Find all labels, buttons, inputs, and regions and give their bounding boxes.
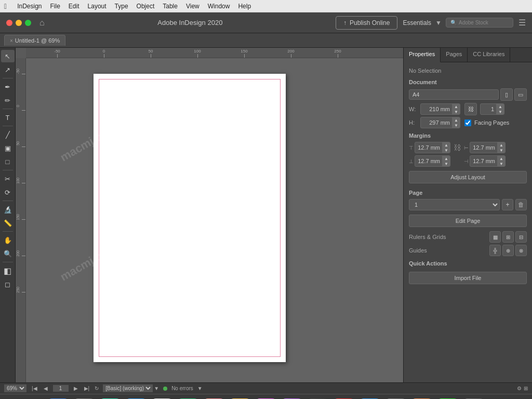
page-rotate-icon[interactable]: ↻ — [95, 385, 99, 391]
link-margins-icon[interactable]: ⛓ — [454, 143, 461, 152]
pages-decrement[interactable]: ▼ — [497, 109, 504, 114]
import-file-button[interactable]: Import File — [409, 272, 527, 284]
margin-top-value[interactable] — [415, 143, 442, 152]
menu-table[interactable]: Table — [163, 3, 178, 10]
fit-page-icon[interactable]: ⊞ — [524, 385, 528, 391]
margin-right-input[interactable]: ▲ ▼ — [470, 142, 506, 153]
menu-edit[interactable]: Edit — [69, 3, 79, 10]
margin-bottom-input[interactable]: ▲ ▼ — [415, 155, 450, 167]
zoom-tool[interactable]: 🔍 — [1, 247, 15, 260]
delete-page-button[interactable]: 🗑 — [515, 199, 527, 210]
type-tool[interactable]: T — [1, 111, 15, 124]
minimize-window-button[interactable] — [16, 20, 22, 26]
scissors-tool[interactable]: ✂ — [1, 172, 15, 185]
zoom-select[interactable]: 69% — [4, 384, 26, 392]
maximize-window-button[interactable] — [25, 20, 31, 26]
margin-top-input[interactable]: ▲ ▼ — [415, 142, 450, 153]
selection-tool[interactable]: ↖ — [1, 50, 15, 62]
landscape-button[interactable]: ▭ — [514, 88, 527, 101]
baseline-grid-button[interactable]: ⊟ — [515, 231, 527, 243]
guide-type-1-button[interactable]: ╬ — [489, 245, 501, 256]
margin-left-decrement[interactable]: ▼ — [498, 161, 505, 166]
height-increment[interactable]: ▲ — [453, 117, 460, 123]
apple-menu[interactable]:  — [4, 2, 7, 10]
width-value[interactable]: 210 mm — [421, 105, 452, 113]
portrait-button[interactable]: ▯ — [500, 88, 513, 101]
margin-bottom-value[interactable] — [415, 157, 442, 165]
margin-left-input[interactable]: ▲ ▼ — [470, 155, 506, 167]
publish-online-button[interactable]: ↑ Publish Online — [336, 16, 397, 30]
margin-bottom-increment[interactable]: ▲ — [443, 156, 450, 161]
menu-window[interactable]: Window — [208, 3, 230, 10]
margin-right-value[interactable] — [470, 143, 497, 152]
adjust-layout-button[interactable]: Adjust Layout — [409, 171, 527, 183]
tab-properties[interactable]: Properties — [404, 48, 441, 62]
height-value[interactable]: 297 mm — [421, 118, 452, 127]
close-window-button[interactable] — [6, 20, 12, 26]
preview-mode[interactable]: ◻ — [1, 278, 15, 290]
eyedropper-tool[interactable]: 🔬 — [1, 203, 15, 216]
pages-increment[interactable]: ▲ — [497, 104, 504, 109]
menu-type[interactable]: Type — [115, 3, 128, 10]
error-dropdown-icon[interactable]: ▼ — [197, 385, 203, 391]
tab-pages[interactable]: Pages — [441, 48, 468, 62]
nav-prev[interactable]: ◀ — [43, 385, 49, 391]
preflight-icon[interactable]: ⚙ — [517, 385, 522, 391]
style-dropdown-icon[interactable]: ▼ — [154, 385, 159, 391]
tab-close-button[interactable]: × — [10, 38, 13, 44]
pages-count-input[interactable]: 1 ▲ ▼ — [480, 103, 504, 115]
menu-indesign[interactable]: InDesign — [17, 3, 42, 10]
canvas-content[interactable]: macmj.com macmj.com — [26, 58, 403, 382]
edit-page-button[interactable]: Edit Page — [409, 215, 527, 227]
add-page-button[interactable]: + — [502, 199, 513, 210]
tab-cc-libraries[interactable]: CC Libraries — [468, 48, 510, 62]
margin-right-increment[interactable]: ▲ — [498, 142, 505, 148]
style-select[interactable]: [Basic] (working) — [103, 384, 153, 392]
margin-left-increment[interactable]: ▲ — [498, 156, 505, 161]
measure-tool[interactable]: 📏 — [1, 217, 15, 229]
panel-options-icon[interactable]: ☰ — [518, 18, 526, 28]
pen-tool[interactable]: ✒ — [1, 81, 15, 93]
fill-color[interactable]: ◧ — [1, 264, 15, 277]
document-tab[interactable]: × Untitled-1 @ 69% — [4, 35, 65, 46]
pages-count-value[interactable]: 1 — [481, 105, 496, 113]
rectangle-frame-tool[interactable]: ▣ — [1, 142, 15, 154]
guide-type-3-button[interactable]: ⊗ — [515, 245, 527, 256]
page-number-dropdown[interactable]: 1 — [409, 199, 500, 210]
guide-type-2-button[interactable]: ⊕ — [502, 245, 514, 256]
width-increment[interactable]: ▲ — [453, 104, 460, 109]
direct-selection-tool[interactable]: ↗ — [1, 63, 15, 76]
menu-object[interactable]: Object — [137, 3, 155, 10]
line-tool[interactable]: ╱ — [1, 128, 15, 141]
transform-tool[interactable]: ⟳ — [1, 186, 15, 198]
facing-pages-checkbox[interactable] — [464, 119, 471, 126]
hand-tool[interactable]: ✋ — [1, 234, 15, 246]
essentials-dropdown-icon[interactable]: ▼ — [435, 19, 442, 26]
grid-toggle-button[interactable]: ⊞ — [502, 231, 514, 243]
page-size-dropdown[interactable]: A4 — [409, 89, 499, 100]
margin-top-decrement[interactable]: ▼ — [443, 148, 450, 153]
menu-layout[interactable]: Layout — [88, 3, 107, 10]
rectangle-tool[interactable]: □ — [1, 155, 15, 168]
height-decrement[interactable]: ▼ — [453, 123, 460, 128]
rulers-toggle-button[interactable]: ▦ — [489, 231, 501, 243]
menu-file[interactable]: File — [50, 3, 60, 10]
link-dimensions-icon[interactable]: ⛓ — [464, 103, 477, 115]
stock-search-box[interactable]: 🔍 Adobe Stock — [446, 18, 513, 28]
current-page-input[interactable]: 1 — [53, 385, 69, 392]
width-decrement[interactable]: ▼ — [453, 109, 460, 114]
width-input[interactable]: 210 mm ▲ ▼ — [420, 103, 460, 115]
margin-left-value[interactable] — [470, 157, 497, 165]
error-status-label: No errors — [171, 385, 193, 391]
margin-top-increment[interactable]: ▲ — [443, 142, 450, 148]
nav-next[interactable]: ▶ — [73, 385, 79, 391]
menu-help[interactable]: Help — [238, 3, 251, 10]
height-input[interactable]: 297 mm ▲ ▼ — [420, 117, 460, 128]
home-button[interactable]: ⌂ — [39, 18, 45, 28]
nav-last[interactable]: ▶| — [83, 385, 91, 391]
menu-view[interactable]: View — [186, 3, 200, 10]
margin-bottom-decrement[interactable]: ▼ — [443, 161, 450, 166]
pencil-tool[interactable]: ✏ — [1, 94, 15, 107]
nav-first[interactable]: |◀ — [31, 385, 38, 391]
margin-right-decrement[interactable]: ▼ — [498, 148, 505, 153]
